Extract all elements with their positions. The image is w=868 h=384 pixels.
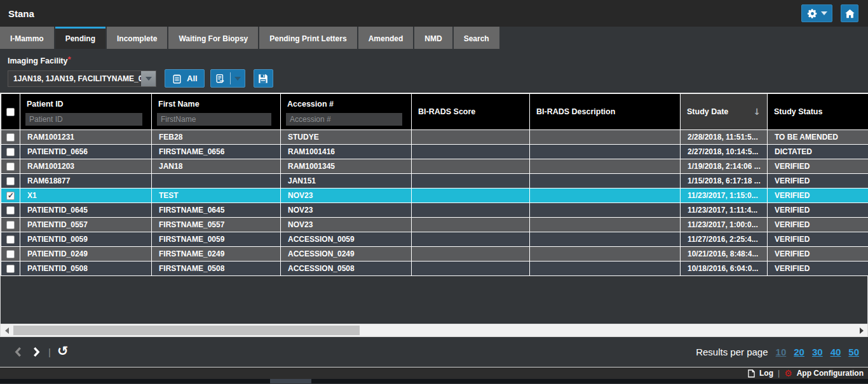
refresh-icon[interactable]: ↺ (57, 345, 69, 358)
pager-separator: | (48, 347, 51, 357)
scroll-right-button[interactable] (855, 324, 867, 336)
home-button[interactable] (841, 4, 858, 22)
cell-birads-description (530, 145, 681, 159)
cell-first-name: FIRSTNAME_0249 (152, 247, 281, 262)
cell-patient-id: PATIENTID_0508 (20, 262, 152, 276)
cell-accession: NOV23 (281, 218, 412, 232)
per-page-option-10[interactable]: 10 (776, 347, 787, 357)
row-checkbox[interactable] (6, 177, 15, 185)
cell-patient-id: X1 (20, 189, 152, 203)
imaging-facility-dropdown[interactable]: 1JAN18, 1JAN19, FACILITYNAME_00 (8, 70, 156, 87)
save-button[interactable] (254, 69, 273, 88)
tab-i-mammo[interactable]: I-Mammo (0, 27, 54, 49)
column-birads-description[interactable]: BI-RADS Description (530, 94, 681, 130)
first-name-filter-input[interactable] (157, 113, 271, 126)
table-row[interactable]: RAM618877 JAN151 1/15/2018, 6:17:18 ... … (1, 174, 868, 189)
tab-waiting-for-biopsy[interactable]: Waiting For Biopsy (168, 27, 258, 49)
cell-accession: ACCESSION_0508 (281, 262, 412, 276)
previous-page-button[interactable] (14, 347, 22, 357)
row-checkbox[interactable] (6, 148, 15, 156)
row-select-cell (1, 189, 20, 203)
cell-patient-id: PATIENTID_0645 (20, 203, 152, 218)
export-caret-button[interactable] (231, 77, 245, 81)
tab-pending[interactable]: Pending (55, 27, 105, 49)
scrollbar-thumb[interactable] (13, 326, 360, 335)
cell-study-date: 11/23/2017, 1:15:0... (681, 189, 768, 203)
cell-study-date: 1/15/2018, 6:17:18 ... (681, 174, 768, 189)
cell-first-name: FIRSTNAME_0557 (152, 218, 281, 232)
cell-study-status: TO BE AMENDED (768, 130, 868, 145)
column-accession[interactable]: Accession # (281, 94, 412, 130)
row-checkbox[interactable] (6, 192, 15, 200)
cell-birads-score (412, 203, 530, 218)
chevron-down-icon (146, 77, 152, 81)
column-study-status[interactable]: Study Status (768, 94, 868, 130)
tab-nmd[interactable]: NMD (414, 27, 452, 49)
table-row[interactable]: RAM1001231 FEB28 STUDYE 2/28/2018, 11:51… (1, 130, 868, 145)
export-split-button[interactable] (210, 69, 245, 88)
cell-patient-id: PATIENTID_0249 (20, 247, 152, 262)
cell-accession: RAM1001416 (281, 145, 412, 159)
column-birads-score[interactable]: BI-RADS Score (412, 94, 530, 130)
app-configuration-link[interactable]: App Configuration (797, 369, 864, 378)
cell-study-date: 1/19/2018, 2:14:06 ... (681, 159, 768, 174)
worklist-grid: Patient ID First Name Accession # BI-RAD… (0, 93, 868, 337)
row-checkbox[interactable] (6, 162, 15, 171)
column-patient-id[interactable]: Patient ID (20, 94, 152, 130)
cell-accession: NOV23 (281, 203, 412, 218)
cell-study-status: VERIFIED (768, 262, 868, 276)
log-link[interactable]: Log (759, 369, 773, 378)
grid-empty-area (1, 276, 867, 324)
scroll-left-button[interactable] (1, 324, 13, 336)
cell-birads-score (412, 218, 530, 232)
horizontal-scrollbar[interactable] (1, 324, 867, 336)
pagination-bar: | ↺ Results per page 10 20 30 40 50 (0, 337, 868, 367)
top-bar: Stana (0, 0, 868, 27)
row-checkbox[interactable] (6, 235, 15, 244)
cell-study-date: 2/28/2018, 11:51:5... (681, 130, 768, 145)
settings-button[interactable] (801, 4, 832, 22)
bottom-scrollbar-thumb[interactable] (270, 379, 311, 383)
cell-birads-score (412, 130, 530, 145)
per-page-option-30[interactable]: 30 (812, 347, 823, 357)
table-row-selected[interactable]: X1 TEST NOV23 11/23/2017, 1:15:0... VERI… (1, 189, 868, 203)
row-checkbox[interactable] (6, 250, 15, 258)
row-checkbox[interactable] (6, 206, 15, 215)
cell-first-name: FIRSTNAME_0508 (152, 262, 281, 276)
table-row[interactable]: RAM1001203 JAN18 RAM1001345 1/19/2018, 2… (1, 159, 868, 174)
select-all-header-cell (1, 94, 20, 130)
tab-pending-print-letters[interactable]: Pending Print Letters (259, 27, 356, 49)
cell-birads-description (530, 247, 681, 262)
table-row[interactable]: PATIENTID_0557 FIRSTNAME_0557 NOV23 11/2… (1, 218, 868, 232)
per-page-option-50[interactable]: 50 (848, 347, 859, 357)
table-row[interactable]: PATIENTID_0656 FIRSTNAME_0656 RAM1001416… (1, 145, 868, 159)
scrollbar-track[interactable] (13, 324, 855, 336)
tab-amended[interactable]: Amended (358, 27, 414, 49)
table-row[interactable]: PATIENTID_0508 FIRSTNAME_0508 ACCESSION_… (1, 262, 868, 276)
table-row[interactable]: PATIENTID_0249 FIRSTNAME_0249 ACCESSION_… (1, 247, 868, 262)
all-worklist-button[interactable]: All (165, 69, 205, 88)
cell-birads-description (530, 189, 681, 203)
column-first-name[interactable]: First Name (152, 94, 281, 130)
tab-search[interactable]: Search (454, 27, 499, 49)
row-select-cell (1, 218, 20, 232)
table-row[interactable]: PATIENTID_0645 FIRSTNAME_0645 NOV23 11/2… (1, 203, 868, 218)
accession-filter-input[interactable] (286, 113, 402, 126)
cell-accession: NOV23 (281, 189, 412, 203)
per-page-option-40[interactable]: 40 (831, 347, 841, 357)
select-all-checkbox[interactable] (6, 108, 15, 116)
per-page-option-20[interactable]: 20 (794, 347, 804, 357)
column-study-date[interactable]: Study Date ↓ (681, 94, 768, 130)
row-checkbox[interactable] (6, 133, 15, 142)
row-checkbox[interactable] (6, 265, 15, 273)
required-marker: * (67, 55, 71, 64)
chevron-down-icon (821, 11, 827, 15)
cell-birads-score (412, 189, 530, 203)
tab-incomplete[interactable]: Incomplete (107, 27, 167, 49)
patient-id-filter-input[interactable] (25, 113, 142, 126)
table-row[interactable]: PATIENTID_0059 FIRSTNAME_0059 ACCESSION_… (1, 232, 868, 247)
dropdown-caret-button[interactable] (141, 71, 156, 86)
next-page-button[interactable] (32, 347, 41, 357)
row-checkbox[interactable] (6, 221, 15, 229)
column-label: BI-RADS Score (412, 94, 529, 129)
